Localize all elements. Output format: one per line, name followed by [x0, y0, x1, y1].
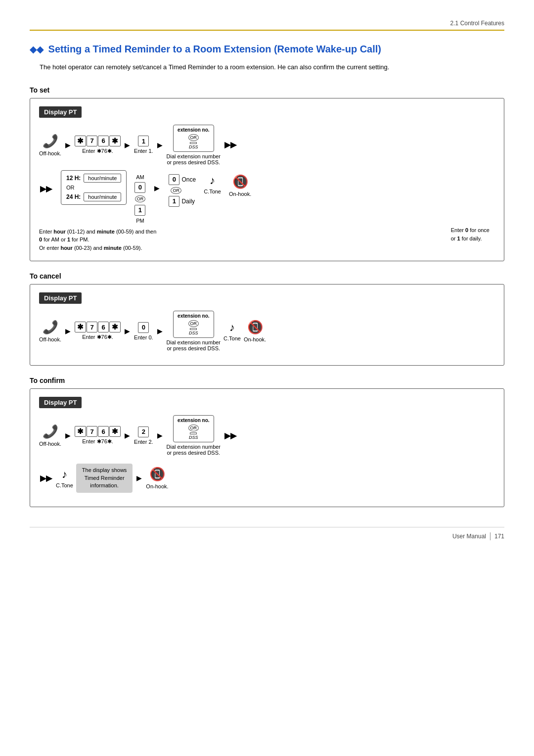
- confirm-key-seq-item: ✱ 7 6 ✱ Enter ✱76✱.: [75, 426, 121, 445]
- cancel-ext-box-item: extension no. OR DSS Dial extension numb…: [167, 311, 221, 351]
- onhook-icon-set: 📵: [232, 174, 248, 189]
- ctone-item-set: ♪ C.Tone: [204, 174, 221, 194]
- confirm-key-star2: ✱: [109, 426, 121, 437]
- note3: Or enter hour (00-23) and minute (00-59)…: [39, 244, 495, 252]
- cancel-key-7: 7: [87, 322, 97, 332]
- to-set-notes: Enter hour (01-12) and minute (00-59) an…: [39, 228, 495, 252]
- confirm-dial-label: Dial extension number or press desired D…: [167, 444, 221, 456]
- to-confirm-row1: 📞 Off-hook. ▶ ✱ 7 6 ✱ Enter ✱76✱. ▶ 2 En…: [39, 415, 495, 456]
- to-cancel-display-box: Display PT 📞 Off-hook. ▶ ✱ 7 6 ✱ Enter ✱…: [30, 284, 504, 366]
- dss-placeholder: [190, 142, 197, 144]
- note4: Enter 0 for onceor 1 for daily.: [451, 226, 490, 242]
- confirm-enter-label: Enter ✱76✱.: [82, 438, 113, 445]
- key-sequence-star76star: ✱ 7 6 ✱: [75, 136, 121, 146]
- key-0-am: 0: [134, 182, 145, 193]
- to-confirm-row2: ▶▶ ♪ C.Tone The display shows Timed Remi…: [39, 464, 495, 492]
- key-star2: ✱: [109, 136, 121, 146]
- cancel-onhook-icon: 📵: [247, 320, 263, 335]
- key-0-once: 0: [169, 174, 179, 185]
- confirm-arrow3: ▶: [157, 431, 163, 439]
- ext-box-item: extension no. OR DSS Dial extension numb…: [167, 125, 221, 165]
- or-text-12-24: OR: [66, 185, 75, 190]
- arrow2: ▶: [125, 141, 130, 149]
- to-confirm-label: To confirm: [30, 377, 504, 384]
- key-7: 7: [87, 136, 97, 146]
- cancel-key-0-item: 0 Enter 0.: [134, 322, 153, 340]
- once-label: Once: [181, 176, 196, 183]
- cancel-ctone-icon: ♪: [229, 321, 235, 334]
- once-row: 0 Once: [169, 174, 196, 185]
- arrow1: ▶: [65, 141, 71, 149]
- cancel-enter-label: Enter ✱76✱.: [82, 334, 113, 340]
- confirm-ctone-item: ♪ C.Tone: [56, 468, 73, 488]
- to-confirm-display-box: Display PT 📞 Off-hook. ▶ ✱ 7 6 ✱ Enter ✱…: [30, 388, 504, 507]
- time-row-12h: 12 H: hour/minute: [66, 174, 121, 183]
- pm-label: PM: [136, 218, 144, 224]
- confirm-dss-label: DSS: [189, 435, 198, 440]
- cancel-key-6: 6: [98, 322, 109, 332]
- to-cancel-row1: 📞 Off-hook. ▶ ✱ 7 6 ✱ Enter ✱76✱. ▶ 0 En…: [39, 311, 495, 351]
- confirm-arrow4: ▶: [136, 474, 142, 482]
- confirm-key-7: 7: [87, 426, 97, 437]
- dial-label: Dial extension number or press desired D…: [167, 153, 221, 165]
- arrow4: ▶: [154, 184, 160, 192]
- confirm-arrow2: ▶: [125, 431, 130, 439]
- am-label: AM: [136, 174, 144, 180]
- confirm-enter2-label: Enter 2.: [134, 439, 153, 445]
- cancel-arrow3: ▶: [157, 327, 163, 335]
- diamond-icon: ◆◆: [30, 45, 44, 54]
- to-set-row1: 📞 Off-hook. ▶ ✱ 7 6 ✱ Enter ✱76✱. ▶ 1 En…: [39, 125, 495, 165]
- onhook-item-set: 📵 On-hook.: [229, 174, 251, 197]
- confirm-key-2: 2: [138, 426, 149, 437]
- once-daily-group: 0 Once OR 1 Daily: [169, 174, 196, 207]
- confirm-offhook-item: 📞 Off-hook.: [39, 424, 61, 447]
- footer-page: 171: [494, 533, 504, 540]
- key-1-pm: 1: [134, 205, 145, 216]
- key-1-item: 1 Enter 1.: [134, 136, 153, 154]
- footer-label: User Manual: [452, 533, 486, 540]
- key-seq-item: ✱ 7 6 ✱ Enter ✱76✱.: [75, 136, 121, 154]
- ext-box-title: extension no.: [178, 127, 209, 133]
- to-set-label: To set: [30, 86, 504, 94]
- or-circle-am-pm: OR: [135, 195, 146, 202]
- confirm-key-6: 6: [98, 426, 109, 437]
- cancel-key-seq-item: ✱ 7 6 ✱ Enter ✱76✱.: [75, 322, 121, 340]
- confirm-double-arrow2: ▶▶: [40, 473, 52, 483]
- confirm-or-circle: OR: [188, 425, 199, 431]
- cancel-or-circle: OR: [188, 320, 199, 327]
- cancel-ctone-label: C.Tone: [223, 335, 241, 341]
- dss-label: DSS: [189, 144, 198, 149]
- footer: User Manual 171: [30, 527, 504, 540]
- cancel-offhook-label: Off-hook.: [39, 336, 61, 342]
- 12h-label: 12 H:: [66, 175, 81, 182]
- page-title: ◆◆ Setting a Timed Reminder to a Room Ex…: [30, 43, 504, 55]
- cancel-arrow2: ▶: [125, 327, 130, 335]
- cancel-ext-box: extension no. OR DSS: [173, 311, 214, 338]
- key-1: 1: [138, 136, 149, 146]
- cancel-key-0: 0: [138, 322, 149, 333]
- hour-minute-12h: hour/minute: [84, 174, 121, 183]
- cancel-key-sequence: ✱ 7 6 ✱: [75, 322, 121, 332]
- cancel-onhook-item: 📵 On-hook.: [244, 320, 266, 342]
- double-arrow2: ▶▶: [40, 184, 52, 193]
- time-bracket: 12 H: hour/minute OR 24 H: hour/minute: [61, 170, 127, 205]
- to-set-display-header: Display PT: [39, 106, 82, 118]
- key-star1: ✱: [75, 136, 86, 146]
- confirm-dss-placeholder: [190, 432, 197, 434]
- footer-separator: [490, 532, 490, 540]
- confirm-onhook-item: 📵 On-hook.: [146, 467, 168, 489]
- onhook-label-set: On-hook.: [229, 191, 251, 197]
- top-header: 2.1 Control Features: [30, 20, 504, 31]
- key-6: 6: [98, 136, 109, 146]
- enter-star76-label: Enter ✱76✱.: [82, 148, 113, 154]
- ext-box: extension no. OR DSS: [173, 125, 214, 152]
- arrow3: ▶: [157, 141, 163, 149]
- confirm-ctone-icon: ♪: [62, 468, 67, 481]
- offhook-item: 📞 Off-hook.: [39, 134, 61, 156]
- confirm-key-2-item: 2 Enter 2.: [134, 426, 153, 445]
- or-circle: OR: [188, 134, 199, 141]
- double-arrow1: ▶▶: [224, 140, 236, 149]
- to-cancel-display-header: Display PT: [39, 292, 82, 304]
- cancel-offhook-icon: 📞: [43, 320, 58, 335]
- to-confirm-display-header: Display PT: [39, 397, 82, 408]
